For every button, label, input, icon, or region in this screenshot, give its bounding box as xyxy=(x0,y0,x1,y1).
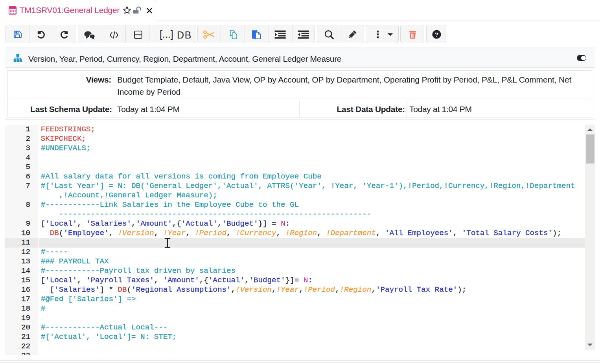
svg-text:?: ? xyxy=(435,31,438,38)
